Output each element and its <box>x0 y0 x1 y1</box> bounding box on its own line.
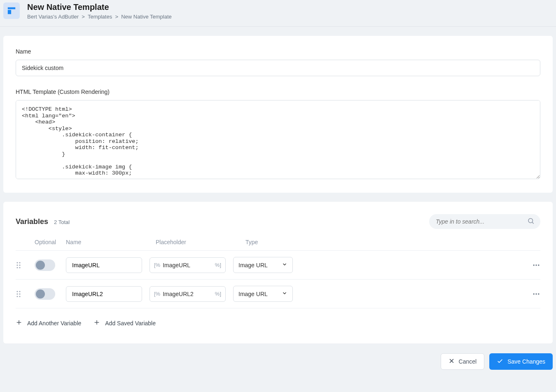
select-value: Image URL <box>238 291 268 297</box>
plus-icon <box>93 319 100 327</box>
placeholder-value: ImageURL2 <box>163 291 213 297</box>
add-another-label: Add Another Variable <box>27 320 81 327</box>
variables-card: Variables 2 Total Optional Name Placehol… <box>3 202 553 343</box>
svg-point-7 <box>16 264 18 266</box>
placeholder-value: ImageURL <box>163 262 213 268</box>
svg-point-12 <box>535 264 537 266</box>
variable-name-input[interactable] <box>66 257 142 273</box>
svg-point-16 <box>16 293 18 294</box>
html-template-label: HTML Template (Custom Rendering) <box>16 89 540 95</box>
save-label: Save Changes <box>507 358 545 365</box>
optional-toggle[interactable] <box>35 288 55 300</box>
svg-point-22 <box>538 293 539 294</box>
col-name: Name <box>66 239 148 245</box>
footer-actions: Cancel Save Changes <box>0 343 556 380</box>
variable-name-input[interactable] <box>66 286 142 302</box>
variable-type-select[interactable]: Image URL <box>233 257 293 273</box>
variable-row: [% ImageURL %] Image URL <box>16 251 540 280</box>
col-type: Type <box>245 239 311 245</box>
placeholder-bracket-close: %] <box>215 291 221 297</box>
optional-toggle[interactable] <box>35 259 55 271</box>
cancel-button[interactable]: Cancel <box>441 353 485 370</box>
svg-point-13 <box>538 264 539 266</box>
placeholder-bracket-open: [% <box>154 262 160 268</box>
add-another-variable-button[interactable]: Add Another Variable <box>16 319 81 327</box>
svg-point-8 <box>19 264 20 266</box>
svg-point-9 <box>16 267 18 268</box>
chevron-down-icon <box>282 290 287 297</box>
variable-row: [% ImageURL2 %] Image URL <box>16 280 540 308</box>
chevron-down-icon <box>282 261 287 268</box>
page-title: New Native Template <box>27 2 172 12</box>
svg-point-3 <box>528 219 533 223</box>
html-template-textarea[interactable] <box>16 100 540 179</box>
add-saved-variable-button[interactable]: Add Saved Variable <box>93 319 156 327</box>
placeholder-bracket-open: [% <box>154 291 160 297</box>
svg-point-18 <box>16 296 18 297</box>
save-changes-button[interactable]: Save Changes <box>489 353 553 370</box>
variables-table-header: Optional Name Placeholder Type <box>16 236 540 251</box>
col-optional: Optional <box>35 239 63 245</box>
breadcrumb-sep: > <box>80 14 88 20</box>
svg-point-10 <box>19 267 20 268</box>
svg-rect-0 <box>8 7 15 9</box>
svg-point-19 <box>19 296 20 297</box>
close-icon <box>449 358 455 365</box>
row-more-button[interactable] <box>526 261 540 269</box>
svg-point-20 <box>533 293 535 294</box>
svg-point-17 <box>19 293 20 294</box>
variables-title: Variables <box>16 217 48 226</box>
template-form-card: Name HTML Template (Custom Rendering) <box>3 36 553 193</box>
name-label: Name <box>16 48 540 55</box>
drag-handle-icon[interactable] <box>16 261 35 269</box>
add-saved-label: Add Saved Variable <box>105 320 156 327</box>
plus-icon <box>16 319 22 327</box>
select-value: Image URL <box>238 262 268 268</box>
variables-search-input[interactable] <box>429 214 540 229</box>
breadcrumb: Bert Varias's AdButler > Templates > New… <box>27 14 172 20</box>
breadcrumb-item[interactable]: Templates <box>88 14 112 20</box>
drag-handle-icon[interactable] <box>16 290 35 298</box>
page-header: New Native Template Bert Varias's AdButl… <box>0 0 556 27</box>
col-placeholder: Placeholder <box>156 239 238 245</box>
svg-rect-1 <box>8 10 11 14</box>
svg-line-4 <box>532 222 533 224</box>
breadcrumb-item[interactable]: Bert Varias's AdButler <box>27 14 79 20</box>
svg-point-6 <box>19 262 20 263</box>
svg-point-14 <box>16 291 18 292</box>
cancel-label: Cancel <box>459 358 477 365</box>
template-icon <box>3 2 20 19</box>
name-input[interactable] <box>16 60 540 76</box>
search-icon <box>527 217 535 226</box>
breadcrumb-sep: > <box>114 14 121 20</box>
svg-point-11 <box>533 264 535 266</box>
check-icon <box>497 358 503 366</box>
svg-point-5 <box>16 262 18 263</box>
svg-point-21 <box>535 293 537 294</box>
breadcrumb-item: New Native Template <box>121 14 172 20</box>
svg-point-15 <box>19 291 20 292</box>
row-more-button[interactable] <box>526 290 540 298</box>
variable-placeholder-input[interactable]: [% ImageURL2 %] <box>150 286 226 302</box>
variable-type-select[interactable]: Image URL <box>233 286 293 302</box>
variable-placeholder-input[interactable]: [% ImageURL %] <box>150 257 226 273</box>
variables-count: 2 Total <box>54 219 70 225</box>
placeholder-bracket-close: %] <box>215 262 221 268</box>
